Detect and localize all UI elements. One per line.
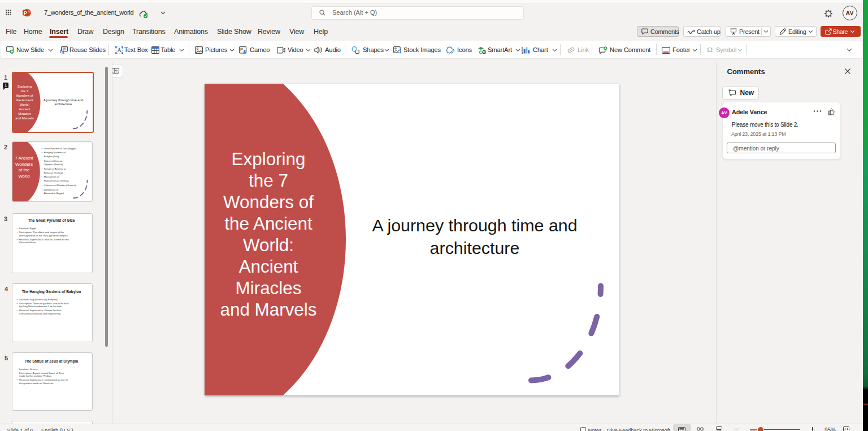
svg-text:P: P (24, 10, 27, 16)
svg-text:A: A (117, 47, 121, 53)
svg-text:P: P (240, 47, 243, 52)
